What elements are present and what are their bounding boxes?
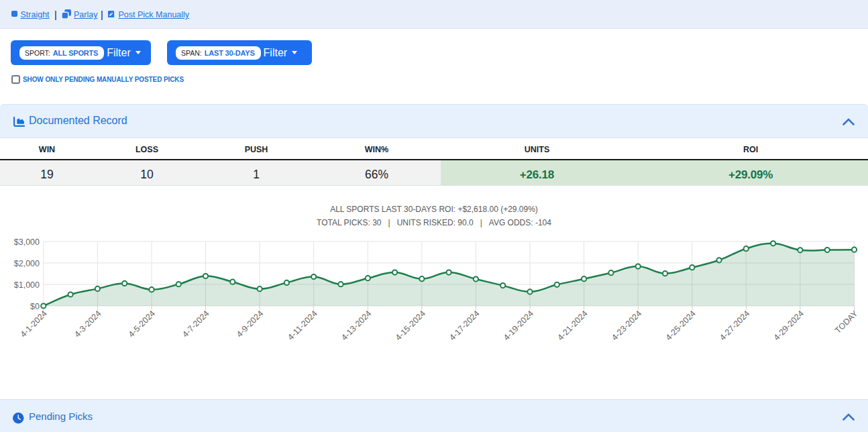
svg-text:4-1-2024: 4-1-2024 [19, 309, 49, 339]
svg-text:4-9-2024: 4-9-2024 [235, 309, 265, 339]
svg-text:TODAY: TODAY [833, 309, 860, 335]
svg-text:4-23-2024: 4-23-2024 [610, 309, 643, 342]
svg-text:$0: $0 [30, 302, 40, 311]
svg-text:4-19-2024: 4-19-2024 [502, 309, 535, 342]
svg-text:4-17-2024: 4-17-2024 [447, 309, 481, 342]
svg-text:4-15-2024: 4-15-2024 [394, 309, 427, 342]
svg-text:4-21-2024: 4-21-2024 [556, 309, 590, 342]
svg-text:$1,000: $1,000 [14, 280, 40, 290]
svg-text:4-5-2024: 4-5-2024 [127, 309, 157, 339]
svg-text:$2,000: $2,000 [14, 259, 40, 268]
svg-text:4-11-2024: 4-11-2024 [286, 309, 319, 342]
svg-text:$3,000: $3,000 [14, 237, 40, 247]
svg-text:4-27-2024: 4-27-2024 [718, 309, 751, 342]
svg-text:4-7-2024: 4-7-2024 [180, 309, 211, 339]
svg-text:4-13-2024: 4-13-2024 [339, 309, 373, 342]
svg-text:4-3-2024: 4-3-2024 [72, 309, 103, 339]
svg-text:4-25-2024: 4-25-2024 [664, 309, 698, 342]
svg-text:4-29-2024: 4-29-2024 [772, 309, 806, 342]
